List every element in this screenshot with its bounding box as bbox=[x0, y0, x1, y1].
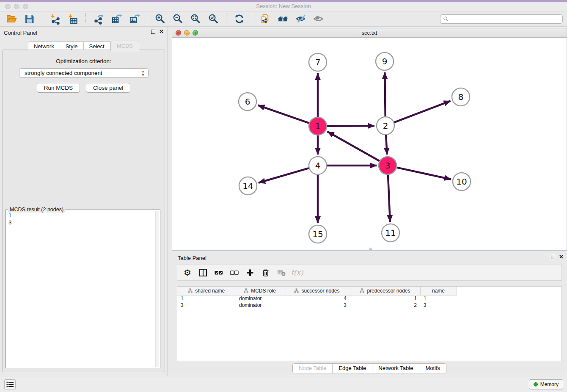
toolbar-separator bbox=[85, 13, 86, 25]
graph-node-label-15: 15 bbox=[312, 229, 323, 239]
main-area: Control Panel ✕ Network Style Select MCD… bbox=[0, 27, 567, 376]
export-image-button[interactable] bbox=[127, 12, 141, 26]
zoom-fit-button[interactable] bbox=[188, 12, 203, 26]
toolbar-separator bbox=[252, 13, 252, 25]
graph-edge-3-11[interactable] bbox=[388, 175, 390, 222]
save-floppy-icon bbox=[24, 13, 35, 25]
tab-motifs[interactable]: Motifs bbox=[419, 364, 446, 373]
unchecked-boxes-icon bbox=[230, 268, 239, 277]
splitter-handle[interactable] bbox=[369, 248, 372, 250]
close-panel-button[interactable]: Close panel bbox=[86, 83, 130, 93]
graph-edge-1-6[interactable] bbox=[258, 105, 309, 123]
fx-icon: f(x) bbox=[291, 268, 303, 277]
zoom-selected-button[interactable] bbox=[206, 12, 220, 26]
float-panel-icon[interactable] bbox=[151, 30, 155, 34]
checked-boxes-icon bbox=[214, 268, 223, 277]
select-all-button[interactable] bbox=[214, 268, 224, 278]
search-input[interactable] bbox=[440, 14, 563, 24]
open-session-button[interactable] bbox=[4, 12, 19, 26]
return-home-button[interactable] bbox=[275, 12, 290, 26]
mcds-result-text[interactable]: 1 3 bbox=[8, 212, 155, 367]
right-column: × − + scc.txt 79681243141015 bbox=[172, 27, 567, 376]
trash-icon bbox=[261, 268, 270, 277]
criterion-value: strongly connected component bbox=[25, 70, 102, 76]
graph-edge-2-9[interactable] bbox=[385, 72, 385, 116]
hide-graphics-details-button[interactable] bbox=[293, 12, 308, 26]
function-builder-button[interactable]: f(x) bbox=[292, 268, 302, 278]
column-header-successor-nodes[interactable]: successor nodes bbox=[284, 287, 350, 295]
tab-mcds[interactable]: MCDS bbox=[110, 41, 139, 52]
zoom-in-icon bbox=[154, 13, 166, 25]
float-panel-icon[interactable] bbox=[551, 255, 555, 259]
status-bar: Memory bbox=[0, 376, 567, 392]
double-home-icon bbox=[277, 13, 289, 25]
mcds-buttons-row: Run MCDS Close panel bbox=[3, 83, 165, 93]
run-mcds-button[interactable]: Run MCDS bbox=[37, 83, 80, 93]
eye-icon bbox=[313, 13, 324, 25]
optimization-criterion-label: Optimization criterion: bbox=[3, 58, 165, 64]
window-titlebar: Session: New Session bbox=[0, 2, 567, 11]
gear-icon: ⚙ bbox=[184, 268, 191, 277]
task-history-button[interactable] bbox=[4, 379, 16, 389]
column-header-mcds-role[interactable]: MCDS role bbox=[236, 287, 284, 295]
tab-network-table[interactable]: Network Table bbox=[372, 364, 419, 373]
result-scrollbar[interactable] bbox=[155, 211, 159, 367]
mcds-panel: Optimization criterion: strongly connect… bbox=[2, 50, 165, 372]
add-column-button[interactable] bbox=[245, 268, 255, 278]
tab-node-table[interactable]: Node Table bbox=[293, 364, 333, 373]
column-header-name[interactable]: name bbox=[420, 287, 457, 295]
search-icon bbox=[443, 16, 449, 22]
tab-edge-table[interactable]: Edge Table bbox=[332, 364, 372, 373]
graph-node-label-14: 14 bbox=[242, 181, 253, 191]
graph-edge-1-2[interactable] bbox=[327, 126, 374, 126]
refresh-icon bbox=[234, 13, 245, 25]
window-title: Session: New Session bbox=[0, 3, 567, 9]
zoom-out-icon bbox=[172, 13, 184, 25]
delete-table-button[interactable] bbox=[276, 268, 286, 278]
table-settings-button[interactable]: ⚙ bbox=[182, 268, 193, 278]
columns-icon bbox=[198, 268, 208, 277]
zoom-selected-icon bbox=[208, 13, 219, 25]
graph-edge-2-3[interactable] bbox=[386, 135, 387, 155]
column-type-icon bbox=[294, 288, 299, 293]
delete-column-button[interactable] bbox=[261, 268, 271, 278]
unselect-all-button[interactable] bbox=[229, 268, 239, 278]
export-network-icon bbox=[93, 13, 105, 25]
table-panel-title: Table Panel bbox=[178, 255, 206, 261]
export-image-icon bbox=[129, 13, 140, 25]
table-row[interactable]: 3 dominator 3 2 3 bbox=[177, 302, 457, 309]
mcds-result-box: MCDS result (2 nodes) 1 3 bbox=[6, 210, 160, 368]
network-view-frame: × − + scc.txt 79681243141015 bbox=[172, 28, 567, 251]
network-overview-button[interactable] bbox=[258, 12, 272, 26]
graph-node-label-2: 2 bbox=[383, 121, 388, 131]
show-columns-button[interactable] bbox=[198, 268, 208, 278]
main-toolbar bbox=[0, 11, 567, 27]
memory-status-icon bbox=[534, 382, 538, 386]
export-table-icon bbox=[111, 13, 122, 25]
column-header-predecessor-nodes[interactable]: predecessor nodes bbox=[350, 287, 420, 295]
export-table-button[interactable] bbox=[109, 12, 124, 26]
close-panel-icon[interactable]: ✕ bbox=[559, 255, 564, 259]
export-network-button[interactable] bbox=[91, 12, 106, 26]
table-row[interactable]: 1 dominator 4 1 1 bbox=[177, 295, 457, 302]
zoom-out-button[interactable] bbox=[171, 12, 185, 26]
network-frame-titlebar: × − + scc.txt bbox=[172, 28, 567, 38]
open-folder-icon bbox=[6, 13, 17, 25]
import-network-button[interactable] bbox=[48, 12, 62, 26]
show-hide-eye-button[interactable] bbox=[311, 12, 325, 26]
graph-node-label-1: 1 bbox=[315, 121, 321, 131]
criterion-select[interactable]: strongly connected component ▲▼ bbox=[19, 68, 149, 78]
close-panel-icon[interactable]: ✕ bbox=[159, 30, 164, 34]
graph-edge-2-8[interactable] bbox=[394, 101, 451, 122]
graph-edge-3-1[interactable] bbox=[328, 132, 380, 161]
graph-edge-3-10[interactable] bbox=[396, 168, 451, 179]
import-table-button[interactable] bbox=[66, 12, 80, 26]
plus-icon bbox=[245, 268, 255, 277]
column-header-shared-name[interactable]: shared name bbox=[177, 287, 236, 295]
refresh-view-button[interactable] bbox=[232, 12, 246, 26]
zoom-in-button[interactable] bbox=[153, 12, 167, 26]
network-canvas[interactable]: 7968124314101511 bbox=[172, 38, 567, 250]
memory-button[interactable]: Memory bbox=[529, 379, 563, 389]
graph-edge-4-14[interactable] bbox=[259, 168, 309, 183]
save-session-button[interactable] bbox=[22, 12, 36, 26]
